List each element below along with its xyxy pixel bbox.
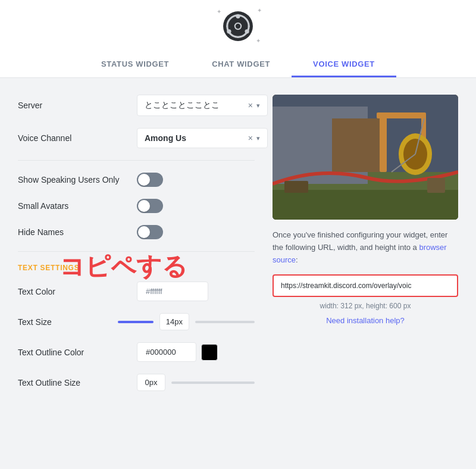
preview-image	[273, 95, 458, 220]
text-settings-title: TEXT SETTINGS	[18, 264, 255, 272]
outline-size-slider-group: 0px	[137, 374, 255, 391]
text-size-slider-left[interactable]	[118, 321, 154, 323]
outline-color-swatch[interactable]	[201, 344, 218, 361]
show-speaking-toggle-wrap	[137, 173, 163, 187]
divider-1	[18, 160, 255, 161]
url-text: https://streamkit.discord.com/overlay/vo…	[281, 282, 450, 290]
voice-channel-label: Voice Channel	[18, 133, 137, 143]
show-speaking-toggle[interactable]	[137, 173, 163, 187]
svg-rect-17	[284, 181, 308, 193]
text-color-row: Text Color #ffffff	[18, 282, 255, 301]
svg-rect-16	[273, 190, 458, 220]
nav-tabs: STATUS WIDGET CHAT WIDGET VOICE WIDGET	[80, 52, 396, 77]
svg-rect-10	[377, 112, 424, 118]
sparkle-decoration-tr: ✦	[257, 7, 262, 14]
server-row: Server とことことこことこ × ▾	[18, 95, 255, 116]
text-size-value: 14px	[159, 313, 189, 330]
discord-streamkit-logo	[223, 11, 253, 42]
hide-names-toggle-knob	[138, 226, 150, 238]
server-select[interactable]: とことことこことこ × ▾	[137, 95, 268, 116]
server-control: とことことこことこ × ▾	[137, 95, 268, 116]
right-panel: Once you've finished configuring your wi…	[273, 95, 458, 403]
svg-point-1	[236, 14, 240, 18]
outline-color-input[interactable]: #000000	[137, 342, 196, 362]
server-label: Server	[18, 101, 137, 110]
preview-svg	[273, 95, 458, 220]
svg-point-3	[227, 29, 231, 33]
url-box[interactable]: https://streamkit.discord.com/overlay/vo…	[273, 274, 458, 297]
text-size-row: Text Size 14px	[18, 313, 255, 330]
hide-names-row: Hide Names	[18, 225, 255, 239]
server-clear-icon[interactable]: ×	[248, 101, 253, 110]
voice-channel-select[interactable]: Among Us × ▾	[137, 128, 268, 148]
divider-2	[18, 251, 255, 252]
hide-names-toggle-wrap	[137, 225, 163, 239]
outline-color-input-group: #000000	[137, 342, 218, 362]
outline-color-row: Text Outline Color #000000	[18, 342, 255, 362]
voice-channel-row: Voice Channel Among Us × ▾	[18, 128, 255, 148]
text-size-slider-right[interactable]	[195, 321, 255, 323]
outline-size-label: Text Outline Size	[18, 378, 137, 387]
hide-names-toggle[interactable]	[137, 225, 163, 239]
svg-point-2	[245, 29, 249, 33]
game-preview	[273, 95, 458, 220]
server-select-value: とことことこことこ	[145, 100, 220, 111]
tab-chat-widget[interactable]: CHAT WIDGET	[190, 52, 292, 77]
outline-size-slider[interactable]	[171, 382, 255, 384]
voice-channel-select-right: × ▾	[248, 133, 260, 143]
voice-channel-control: Among Us × ▾	[137, 128, 268, 148]
server-arrow-icon: ▾	[256, 102, 260, 110]
show-speaking-label: Show Speaking Users Only	[18, 175, 137, 185]
voice-channel-select-value: Among Us	[145, 133, 186, 143]
description-text: Once you've finished configuring your wi…	[273, 229, 458, 266]
voice-channel-clear-icon[interactable]: ×	[248, 133, 253, 143]
text-color-input[interactable]: #ffffff	[137, 282, 208, 301]
outline-color-label: Text Outline Color	[18, 348, 137, 357]
dimensions-text: width: 312 px, height: 600 px	[273, 302, 458, 310]
outline-size-row: Text Outline Size 0px	[18, 374, 255, 391]
show-speaking-toggle-knob	[138, 174, 150, 186]
small-avatars-label: Small Avatars	[18, 201, 137, 211]
small-avatars-toggle-wrap	[137, 199, 163, 213]
text-size-label: Text Size	[18, 317, 118, 327]
sparkle-decoration-tl: ✦	[217, 8, 221, 15]
main-content: Server とことことこことこ × ▾ Voice Channel Among…	[0, 78, 476, 420]
outline-size-value: 0px	[137, 374, 165, 391]
voice-channel-arrow-icon: ▾	[256, 135, 260, 142]
sparkle-decoration-br: ✦	[256, 37, 261, 44]
tab-status-widget[interactable]: STATUS WIDGET	[80, 52, 190, 77]
installation-help-link[interactable]: Need installation help?	[273, 316, 458, 325]
page-header: ✦ ✦ ✦ STATUS WIDGET CHAT WIDGET VOICE	[0, 0, 476, 78]
text-color-label: Text Color	[18, 287, 137, 296]
small-avatars-toggle[interactable]	[137, 199, 163, 213]
small-avatars-row: Small Avatars	[18, 199, 255, 213]
logo-area: ✦ ✦ ✦	[223, 11, 253, 44]
tab-voice-widget[interactable]: VOICE WIDGET	[292, 52, 396, 77]
svg-rect-18	[427, 178, 445, 193]
text-size-slider-group: 14px	[118, 313, 255, 330]
svg-rect-9	[380, 112, 387, 172]
show-speaking-row: Show Speaking Users Only	[18, 173, 255, 187]
small-avatars-toggle-knob	[138, 200, 150, 212]
server-select-right: × ▾	[248, 101, 260, 110]
left-panel: Server とことことこことこ × ▾ Voice Channel Among…	[18, 95, 255, 403]
svg-rect-8	[332, 118, 380, 172]
hide-names-label: Hide Names	[18, 227, 137, 237]
